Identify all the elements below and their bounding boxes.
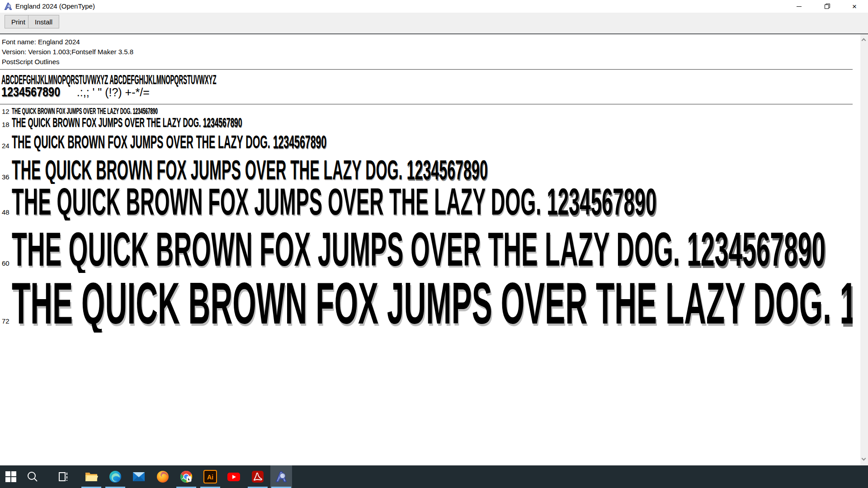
taskbar-app-font-viewer[interactable] [270, 465, 292, 488]
vertical-scrollbar[interactable] [860, 34, 868, 465]
windows-logo-icon [5, 471, 17, 483]
divider-line [0, 69, 853, 70]
file-explorer-icon [85, 470, 98, 483]
minimize-button[interactable] [788, 0, 809, 13]
font-name-line: Font name: England 2024 [2, 38, 80, 46]
taskbar-app-mail[interactable] [128, 465, 150, 488]
scroll-up-icon[interactable] [862, 38, 866, 42]
close-button[interactable]: × [844, 0, 865, 13]
minimize-icon [797, 6, 802, 7]
sample-row-60: 60 THE QUICK BROWN FOX JUMPS OVER THE LA… [0, 225, 853, 273]
taskbar-app-firefox[interactable] [152, 465, 174, 488]
sample-row-18: 18 THE QUICK BROWN FOX JUMPS OVER THE LA… [0, 116, 853, 129]
restore-button[interactable] [817, 0, 838, 13]
restore-icon [825, 4, 830, 9]
youtube-icon [226, 470, 241, 483]
taskbar-app-edge[interactable] [104, 465, 126, 488]
toolbar: Print Install [0, 13, 868, 33]
mail-icon [132, 470, 146, 483]
task-view-button[interactable] [52, 465, 74, 488]
sample-row-48: 48 THE QUICK BROWN FOX JUMPS OVER THE LA… [0, 183, 853, 221]
install-button[interactable]: Install [28, 15, 59, 28]
start-button[interactable] [0, 465, 22, 488]
sample-row-72: 72 THE QUICK BROWN FOX JUMPS OVER THE LA… [0, 274, 853, 333]
size-label: 48 [0, 208, 12, 216]
sample-text: THE QUICK BROWN FOX JUMPS OVER THE LAZY … [12, 183, 656, 221]
taskbar-app-acrobat[interactable] [247, 465, 269, 488]
charset-digits-punct: 1234567890.:,; ' " (!?) +-*/= [1, 85, 150, 99]
edge-icon [108, 470, 122, 483]
font-outline-line: PostScript Outlines [2, 58, 60, 66]
search-button[interactable] [22, 465, 43, 488]
search-icon [27, 471, 38, 483]
size-label: 60 [0, 259, 12, 267]
charset-uppercase: ABCDEFGHIJKLMNOPQRSTUVWXYZ ABCDEFGHIJKLM… [1, 73, 490, 86]
taskbar-app-chrome[interactable] [175, 465, 197, 488]
scroll-down-icon[interactable] [862, 458, 866, 462]
sample-row-24: 24 THE QUICK BROWN FOX JUMPS OVER THE LA… [0, 133, 853, 151]
size-label: 72 [0, 317, 12, 325]
sample-text: THE QUICK BROWN FOX JUMPS OVER THE LAZY … [12, 107, 158, 115]
acrobat-icon [251, 470, 264, 483]
sample-text: THE QUICK BROWN FOX JUMPS OVER THE LAZY … [12, 116, 242, 129]
font-version-line: Version: Version 1.003;Fontself Maker 3.… [2, 48, 133, 56]
sample-text: THE QUICK BROWN FOX JUMPS OVER THE LAZY … [12, 133, 326, 151]
sample-text: THE QUICK BROWN FOX JUMPS OVER THE LAZY … [12, 225, 826, 273]
taskbar-app-youtube[interactable] [223, 465, 245, 488]
taskbar-app-illustrator[interactable]: Ai [199, 465, 221, 488]
size-label: 18 [0, 121, 12, 128]
sample-row-12: 12 THE QUICK BROWN FOX JUMPS OVER THE LA… [0, 107, 853, 115]
window-title: England 2024 (OpenType) [15, 2, 95, 10]
svg-text:Ai: Ai [207, 474, 213, 481]
firefox-icon [156, 470, 170, 483]
taskbar: Ai 1 33°C Sebagian cera [0, 465, 868, 488]
chrome-icon [179, 470, 193, 483]
size-label: 12 [0, 108, 12, 115]
sample-text: THE QUICK BROWN FOX JUMPS OVER THE LAZY … [12, 156, 488, 184]
title-bar: England 2024 (OpenType) × [0, 0, 868, 13]
task-view-icon [57, 470, 70, 483]
sample-text: THE QUICK BROWN FOX JUMPS OVER THE LAZY … [12, 274, 853, 333]
illustrator-icon: Ai [203, 470, 217, 483]
close-icon: × [852, 3, 857, 10]
font-preview-area: Font name: England 2024 Version: Version… [0, 34, 868, 465]
size-label: 24 [0, 142, 12, 150]
sample-row-36: 36 THE QUICK BROWN FOX JUMPS OVER THE LA… [0, 156, 853, 184]
taskbar-app-file-explorer[interactable] [80, 465, 102, 488]
font-viewer-icon [4, 2, 13, 11]
size-label: 36 [0, 173, 12, 181]
divider-line [0, 104, 853, 104]
font-viewer-icon [274, 470, 288, 483]
